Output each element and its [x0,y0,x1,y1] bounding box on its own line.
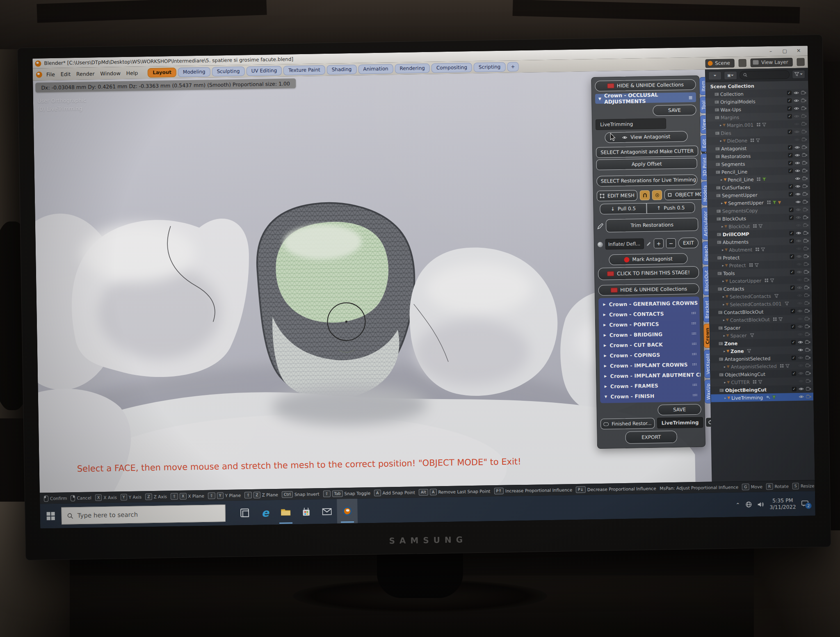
render-camera-icon[interactable] [801,105,806,111]
exclude-checkbox[interactable]: ✓ [789,215,794,220]
visibility-eye-icon[interactable] [796,215,801,220]
render-camera-icon[interactable] [803,191,808,197]
workspace-tab-compositing[interactable]: Compositing [431,62,472,73]
render-camera-icon[interactable] [806,394,811,400]
taskbar-icon-file-explorer[interactable] [275,500,296,525]
eyedropper-icon[interactable] [646,241,651,246]
visibility-eye-icon[interactable] [794,113,799,119]
exclude-checkbox[interactable]: ✓ [790,270,794,274]
render-camera-icon[interactable] [802,144,807,150]
pull-button[interactable]: ↓Pull 0.5 [600,203,646,215]
render-camera-icon[interactable] [801,90,806,96]
render-camera-icon[interactable] [801,129,807,135]
select-restorations-button[interactable]: SELECT Restorations for Live Trimming [596,174,697,187]
exclude-checkbox[interactable]: ✓ [787,98,792,103]
visibility-eye-icon[interactable] [797,300,802,306]
visibility-eye-icon[interactable] [796,253,801,259]
expand-arrow-icon[interactable]: ▸ [719,139,723,143]
exclude-checkbox[interactable]: ✓ [787,106,792,111]
expand-arrow-icon[interactable]: ▸ [721,264,725,267]
menu-file[interactable]: File [43,70,58,78]
outliner-row[interactable]: ▸▼LiveTrimming [711,393,813,402]
taskbar-icon-task-view[interactable] [234,500,255,525]
workspace-tab-shading[interactable]: Shading [326,64,356,74]
visibility-eye-icon[interactable] [794,98,799,103]
visibility-eye-icon[interactable] [795,199,801,205]
render-camera-icon[interactable] [805,339,810,345]
volume-icon[interactable] [757,501,764,507]
render-camera-icon[interactable] [803,222,808,228]
menu-window[interactable]: Window [97,69,123,78]
render-camera-icon[interactable] [802,152,807,158]
panel-menu-icon[interactable]: ≡ [688,94,693,100]
exclude-checkbox[interactable]: ✓ [790,239,794,243]
render-camera-icon[interactable] [804,285,810,290]
view-layer-selector[interactable]: View Layer [751,58,793,67]
minus-button[interactable]: − [666,238,676,248]
taskbar-search-input[interactable]: Type here to search [61,505,226,525]
render-camera-icon[interactable] [803,246,809,251]
workspace-tab-layout[interactable]: Layout [148,67,176,77]
menu-render[interactable]: Render [73,70,98,78]
exclude-checkbox[interactable]: ✓ [791,309,795,313]
exclude-checkbox[interactable]: ✓ [789,192,793,196]
render-camera-icon[interactable] [803,230,808,236]
exclude-checkbox[interactable]: ✓ [788,145,792,150]
render-camera-icon[interactable] [806,370,811,376]
exclude-checkbox[interactable]: ✓ [791,324,795,329]
inflate-deflate-slider[interactable]: Inflate/ Defl... [605,238,644,250]
maximize-button[interactable]: ▢ [778,48,791,54]
visibility-eye-icon[interactable] [796,246,801,251]
slider-knob-icon[interactable] [598,242,603,247]
hide-unhide-collections-button-2[interactable]: HIDE & UNHIDE Collections [598,283,699,296]
render-camera-icon[interactable] [801,121,807,127]
crown-section-row[interactable]: ▼Crown - FINISH∷∷ [600,390,701,402]
render-camera-icon[interactable] [804,300,810,306]
finished-restorations-dropdown[interactable]: Finished Restor... [600,418,655,429]
visibility-eye-icon[interactable] [797,277,802,283]
render-camera-icon[interactable] [804,277,809,283]
visibility-eye-icon[interactable] [795,176,800,181]
expand-arrow-icon[interactable]: ▸ [723,381,727,384]
panel-header-occlusal-adjustments[interactable]: ▼ Crown - OCCLUSAL ADJUSTMENTS ≡ [595,92,696,104]
workspace-tab-modeling[interactable]: Modeling [178,67,210,77]
render-camera-icon[interactable] [803,183,808,189]
workspace-tab-uv-editing[interactable]: UV Editing [246,66,282,75]
exclude-checkbox[interactable]: ✓ [789,184,793,189]
select-antagonist-button[interactable]: SELECT Antagonist and Make CUTTER [596,146,698,158]
exclude-checkbox[interactable]: ✓ [788,153,792,158]
expand-arrow-icon[interactable]: ▸ [722,349,726,353]
proportional-edit-button[interactable] [652,190,662,200]
visibility-eye-icon[interactable] [798,363,803,368]
render-camera-icon[interactable] [802,160,808,166]
visibility-eye-icon[interactable] [796,238,801,244]
taskbar-icon-blender[interactable] [337,499,358,524]
exclude-checkbox[interactable]: ✓ [791,356,796,360]
plus-button[interactable]: + [654,238,664,248]
visibility-eye-icon[interactable] [794,121,799,127]
render-camera-icon[interactable] [805,355,810,361]
render-camera-icon[interactable] [803,253,809,259]
render-camera-icon[interactable] [806,363,811,368]
expand-arrow-icon[interactable]: ▸ [721,248,725,252]
expand-arrow-icon[interactable]: ▸ [723,365,727,369]
expand-arrow-icon[interactable]: ▸ [720,225,724,228]
3d-viewport[interactable]: Dx: -0.03048 mm Dy: 0.4261 mm Dz: -0.336… [33,70,712,493]
expand-arrow-icon[interactable]: ▸ [721,279,725,283]
render-camera-icon[interactable] [801,98,806,103]
exclude-checkbox[interactable]: ✓ [790,285,795,290]
visibility-eye-icon[interactable] [795,207,801,212]
visibility-eye-icon[interactable] [794,144,800,150]
expand-arrow-icon[interactable]: ▸ [719,123,723,127]
add-workspace-button[interactable]: + [507,62,518,71]
workspace-tab-scripting[interactable]: Scripting [474,62,506,72]
export-button[interactable]: EXPORT [625,431,677,444]
visibility-eye-icon[interactable] [799,386,804,392]
render-camera-icon[interactable] [806,378,811,384]
workspace-tab-sculpting[interactable]: Sculpting [212,66,244,76]
action-center-button[interactable]: 2 [801,500,808,507]
visibility-eye-icon[interactable] [794,129,799,135]
visibility-eye-icon[interactable] [797,308,803,314]
visibility-eye-icon[interactable] [798,347,803,353]
render-camera-icon[interactable] [805,347,810,353]
